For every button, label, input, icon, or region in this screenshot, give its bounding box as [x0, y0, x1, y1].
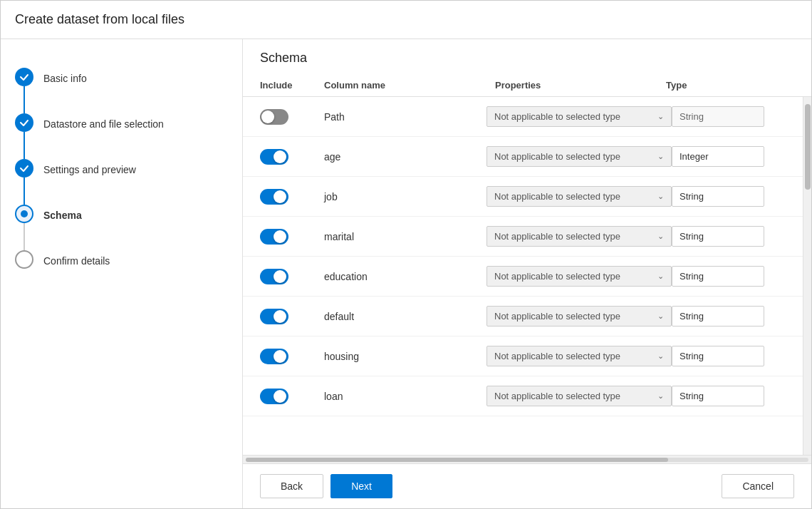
toggle-thumb-loan [274, 390, 286, 403]
back-button[interactable]: Back [260, 474, 323, 498]
toggle-track-path [260, 109, 288, 125]
sidebar-item-settings[interactable]: Settings and preview [15, 159, 228, 205]
col-type-education[interactable] [672, 266, 786, 287]
next-button[interactable]: Next [330, 474, 392, 498]
step-line-basic-info [24, 86, 25, 113]
type-input-housing[interactable] [672, 346, 764, 366]
toggle-housing[interactable] [260, 349, 288, 364]
chevron-down-icon: ⌄ [657, 391, 664, 401]
col-props-default[interactable]: Not applicable to selected type ⌄ [486, 306, 672, 327]
step-line-settings [24, 178, 25, 205]
properties-dropdown-default[interactable]: Not applicable to selected type ⌄ [486, 306, 672, 327]
toggle-track-age [260, 149, 288, 165]
toggle-marital[interactable] [260, 229, 288, 245]
step-label-settings: Settings and preview [43, 159, 136, 179]
table-row: job Not applicable to selected type ⌄ [243, 177, 803, 217]
properties-text-marital: Not applicable to selected type [494, 231, 620, 242]
col-type-housing[interactable] [672, 346, 786, 366]
chevron-down-icon: ⌄ [657, 112, 664, 121]
h-scroll-track [246, 458, 808, 462]
properties-dropdown-education[interactable]: Not applicable to selected type ⌄ [486, 266, 672, 287]
schema-table-body[interactable]: Path Not applicable to selected type ⌄ a… [243, 97, 803, 455]
main-panel: Schema Include Column name Properties Ty… [243, 39, 811, 508]
type-input-default[interactable] [672, 306, 764, 327]
type-input-job[interactable] [672, 186, 764, 207]
type-input-marital[interactable] [672, 226, 764, 247]
col-type-age[interactable] [672, 146, 786, 167]
toggle-cell-path[interactable] [260, 109, 324, 125]
col-type-marital[interactable] [672, 226, 786, 247]
col-props-housing[interactable]: Not applicable to selected type ⌄ [486, 346, 672, 366]
properties-dropdown-path[interactable]: Not applicable to selected type ⌄ [486, 106, 672, 127]
col-name-job: job [324, 191, 486, 202]
table-row: default Not applicable to selected type … [243, 297, 803, 336]
col-name-path: Path [324, 111, 486, 123]
sidebar-item-datastore[interactable]: Datastore and file selection [15, 113, 228, 159]
col-type-path[interactable] [672, 106, 786, 127]
step-dot-confirm [15, 250, 33, 269]
steps-list: Basic info Datastore and file selection [15, 61, 228, 270]
properties-dropdown-job[interactable]: Not applicable to selected type ⌄ [486, 186, 672, 207]
toggle-thumb-job [274, 190, 286, 203]
step-label-basic-info: Basic info [43, 68, 87, 88]
toggle-cell-default[interactable] [260, 309, 324, 324]
step-line-datastore [24, 132, 25, 159]
horizontal-scrollbar[interactable] [243, 455, 811, 463]
toggle-loan[interactable] [260, 389, 288, 404]
table-header: Include Column name Properties Type [243, 74, 811, 97]
properties-dropdown-age[interactable]: Not applicable to selected type ⌄ [486, 146, 672, 167]
toggle-age[interactable] [260, 149, 288, 165]
v-scroll-thumb[interactable] [805, 104, 811, 190]
step-connector-settings [15, 159, 33, 205]
toggle-cell-education[interactable] [260, 269, 324, 284]
table-row: housing Not applicable to selected type … [243, 336, 803, 376]
h-scroll-thumb [246, 458, 668, 462]
col-props-job[interactable]: Not applicable to selected type ⌄ [486, 186, 672, 207]
type-input-path[interactable] [672, 106, 764, 127]
col-props-age[interactable]: Not applicable to selected type ⌄ [486, 146, 672, 167]
toggle-education[interactable] [260, 269, 288, 284]
toggle-cell-marital[interactable] [260, 229, 324, 245]
toggle-track-loan [260, 389, 288, 404]
step-label-confirm: Confirm details [43, 250, 110, 270]
col-name-loan: loan [324, 391, 486, 402]
col-type-default[interactable] [672, 306, 786, 327]
toggle-thumb-age [274, 150, 286, 163]
toggle-thumb-housing [274, 350, 286, 363]
type-input-loan[interactable] [672, 386, 764, 406]
main-window: Create dataset from local files Basi [0, 0, 812, 509]
step-dot-datastore [15, 113, 33, 132]
toggle-cell-age[interactable] [260, 149, 324, 165]
toggle-thumb-education [274, 270, 286, 283]
type-input-education[interactable] [672, 266, 764, 287]
properties-dropdown-marital[interactable]: Not applicable to selected type ⌄ [486, 226, 672, 247]
col-props-education[interactable]: Not applicable to selected type ⌄ [486, 266, 672, 287]
col-type-loan[interactable] [672, 386, 786, 406]
vertical-scrollbar[interactable] [803, 97, 811, 455]
col-header-properties: Properties [495, 80, 666, 91]
toggle-job[interactable] [260, 189, 288, 205]
type-input-age[interactable] [672, 146, 764, 167]
properties-text-age: Not applicable to selected type [494, 151, 620, 162]
sidebar-item-basic-info[interactable]: Basic info [15, 68, 228, 113]
col-type-job[interactable] [672, 186, 786, 207]
col-name-housing: housing [324, 351, 486, 362]
sidebar-item-confirm[interactable]: Confirm details [15, 250, 228, 270]
step-connector-schema [15, 205, 33, 250]
toggle-cell-job[interactable] [260, 189, 324, 205]
table-row: age Not applicable to selected type ⌄ [243, 137, 803, 177]
sidebar-item-schema[interactable]: Schema [15, 205, 228, 250]
properties-dropdown-loan[interactable]: Not applicable to selected type ⌄ [486, 386, 672, 406]
col-header-include: Include [260, 80, 324, 91]
col-props-path[interactable]: Not applicable to selected type ⌄ [486, 106, 672, 127]
col-props-loan[interactable]: Not applicable to selected type ⌄ [486, 386, 672, 406]
cancel-button[interactable]: Cancel [722, 474, 794, 498]
toggle-cell-housing[interactable] [260, 349, 324, 364]
toggle-path[interactable] [260, 109, 288, 125]
properties-dropdown-housing[interactable]: Not applicable to selected type ⌄ [486, 346, 672, 366]
toggle-cell-loan[interactable] [260, 389, 324, 404]
toggle-thumb-marital [274, 230, 286, 243]
toggle-default[interactable] [260, 309, 288, 324]
col-props-marital[interactable]: Not applicable to selected type ⌄ [486, 226, 672, 247]
step-connector-basic-info [15, 68, 33, 113]
